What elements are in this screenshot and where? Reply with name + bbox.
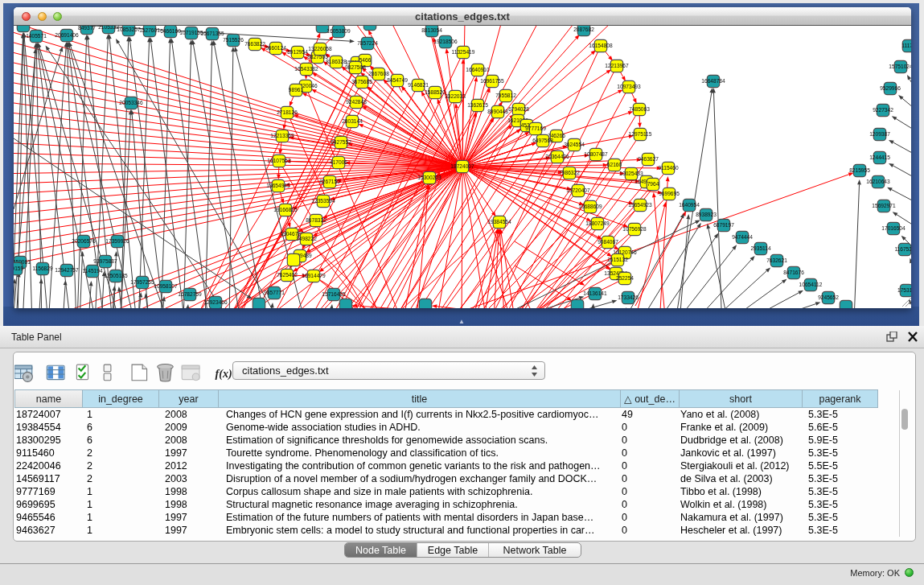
svg-text:15720407: 15720407 — [566, 187, 590, 193]
svg-text:1640954: 1640954 — [679, 202, 700, 208]
svg-text:98961: 98961 — [289, 87, 304, 93]
svg-text:10973493: 10973493 — [617, 84, 641, 89]
svg-text:10025433: 10025433 — [619, 171, 643, 176]
svg-text:17957255: 17957255 — [130, 279, 154, 285]
svg-text:12213967: 12213967 — [605, 63, 629, 68]
svg-text:9245652: 9245652 — [818, 295, 839, 300]
svg-text:9857771: 9857771 — [264, 290, 285, 295]
svg-text:417006: 417006 — [330, 159, 347, 165]
svg-text:10688609: 10688609 — [578, 204, 602, 209]
svg-text:16782759: 16782759 — [178, 291, 202, 297]
svg-text:15692971: 15692971 — [872, 203, 896, 208]
svg-text:7625402: 7625402 — [277, 272, 298, 278]
svg-text:1209387: 1209387 — [869, 131, 890, 137]
svg-text:f(x): f(x) — [216, 367, 232, 381]
svg-text:19654945: 19654945 — [266, 183, 290, 188]
svg-text:10807487: 10807487 — [584, 151, 608, 157]
svg-text:39159: 39159 — [14, 266, 23, 271]
svg-text:7515526: 7515526 — [223, 37, 244, 43]
svg-text:1145194: 1145194 — [82, 268, 103, 274]
svg-text:6879197: 6879197 — [713, 222, 734, 228]
svg-text:11173: 11173 — [901, 43, 911, 48]
svg-text:15751024: 15751024 — [889, 64, 911, 69]
svg-text:6497568: 6497568 — [532, 138, 553, 143]
svg-text:252254: 252254 — [616, 275, 634, 281]
svg-text:16961755: 16961755 — [480, 78, 504, 84]
svg-text:62160: 62160 — [607, 162, 622, 167]
svg-text:93975887: 93975887 — [93, 258, 117, 264]
svg-text:2803144: 2803144 — [342, 118, 363, 124]
svg-text:13226058: 13226058 — [308, 46, 332, 51]
svg-text:17359926: 17359926 — [105, 238, 129, 244]
svg-text:20053346: 20053346 — [119, 100, 143, 105]
svg-text:12213369: 12213369 — [270, 133, 294, 138]
svg-text:3322033: 3322033 — [445, 93, 466, 99]
svg-text:7986322: 7986322 — [559, 170, 580, 175]
svg-text:9463627: 9463627 — [638, 156, 659, 162]
svg-text:8454749: 8454749 — [387, 77, 408, 83]
svg-text:7857224: 7857224 — [357, 40, 378, 46]
svg-text:849377: 849377 — [78, 26, 96, 31]
svg-text:11325419: 11325419 — [452, 49, 475, 55]
svg-text:9529966: 9529966 — [880, 85, 901, 91]
svg-text:12975115: 12975115 — [629, 131, 652, 137]
svg-text:16107553: 16107553 — [267, 158, 291, 163]
svg-text:20206576: 20206576 — [72, 238, 96, 244]
svg-text:18724007: 18724007 — [450, 163, 474, 169]
svg-text:8938923: 8938923 — [696, 212, 717, 217]
svg-text:8678332: 8678332 — [306, 217, 326, 223]
svg-text:7955812: 7955812 — [495, 93, 516, 98]
svg-text:9115460: 9115460 — [658, 165, 679, 171]
svg-text:1167533: 1167533 — [894, 246, 911, 252]
svg-text:6794028: 6794028 — [508, 106, 529, 112]
svg-text:8912954: 8912954 — [287, 49, 308, 55]
svg-text:19384554: 19384554 — [487, 219, 511, 225]
svg-text:1156829: 1156829 — [32, 266, 53, 271]
svg-text:15300203: 15300203 — [417, 175, 441, 180]
svg-text:16648784: 16648784 — [701, 78, 725, 84]
svg-text:9777169: 9777169 — [525, 126, 546, 131]
svg-text:3624554: 3624554 — [564, 142, 585, 147]
svg-text:6466160: 6466160 — [160, 28, 181, 34]
svg-text:16671355: 16671355 — [200, 31, 224, 36]
svg-text:1362615: 1362615 — [467, 102, 488, 108]
svg-text:9227342: 9227342 — [873, 107, 893, 113]
svg-text:12923466: 12923466 — [203, 299, 228, 305]
svg-text:9827508: 9827508 — [345, 64, 366, 70]
svg-text:9242848: 9242848 — [346, 99, 367, 105]
svg-text:16210643: 16210643 — [866, 179, 890, 184]
svg-text:8267150: 8267150 — [319, 179, 340, 184]
svg-text:1733426: 1733426 — [618, 295, 639, 300]
svg-text:9146821: 9146821 — [408, 82, 429, 88]
svg-text:7663822: 7663822 — [244, 41, 265, 47]
svg-text:9084067: 9084067 — [598, 239, 618, 245]
svg-text:12505185: 12505185 — [104, 273, 128, 278]
svg-text:17016504: 17016504 — [881, 225, 906, 231]
svg-text:1615132: 1615132 — [607, 257, 628, 262]
svg-text:1588520: 1588520 — [425, 89, 446, 95]
svg-text:10654112: 10654112 — [799, 282, 823, 287]
svg-text:10958107: 10958107 — [154, 283, 178, 289]
svg-text:8427552: 8427552 — [331, 139, 351, 145]
svg-text:19218506: 19218506 — [433, 39, 458, 44]
svg-text:8471676: 8471676 — [783, 270, 804, 275]
svg-text:16914479: 16914479 — [302, 273, 326, 278]
svg-text:16640910: 16640910 — [466, 67, 490, 72]
svg-text:19166825: 19166825 — [273, 207, 298, 212]
svg-text:12942757: 12942757 — [55, 267, 79, 273]
svg-text:20691406: 20691406 — [55, 32, 79, 38]
svg-text:15716485: 15716485 — [322, 291, 346, 297]
svg-text:19654923: 19654923 — [628, 202, 652, 208]
svg-text:8813054: 8813054 — [421, 27, 442, 33]
svg-text:9474444: 9474444 — [732, 234, 753, 240]
svg-text:7485063: 7485063 — [629, 106, 650, 112]
svg-text:16543382: 16543382 — [294, 66, 318, 72]
svg-text:3498222: 3498222 — [296, 236, 317, 241]
svg-text:2935114: 2935114 — [750, 245, 771, 251]
svg-text:2087682: 2087682 — [573, 27, 594, 32]
svg-text:8186328: 8186328 — [326, 59, 347, 64]
svg-text:16053809: 16053809 — [326, 28, 351, 34]
svg-text:16154808: 16154808 — [589, 43, 613, 48]
svg-text:14136141: 14136141 — [583, 290, 607, 296]
svg-text:9660124: 9660124 — [265, 45, 286, 51]
